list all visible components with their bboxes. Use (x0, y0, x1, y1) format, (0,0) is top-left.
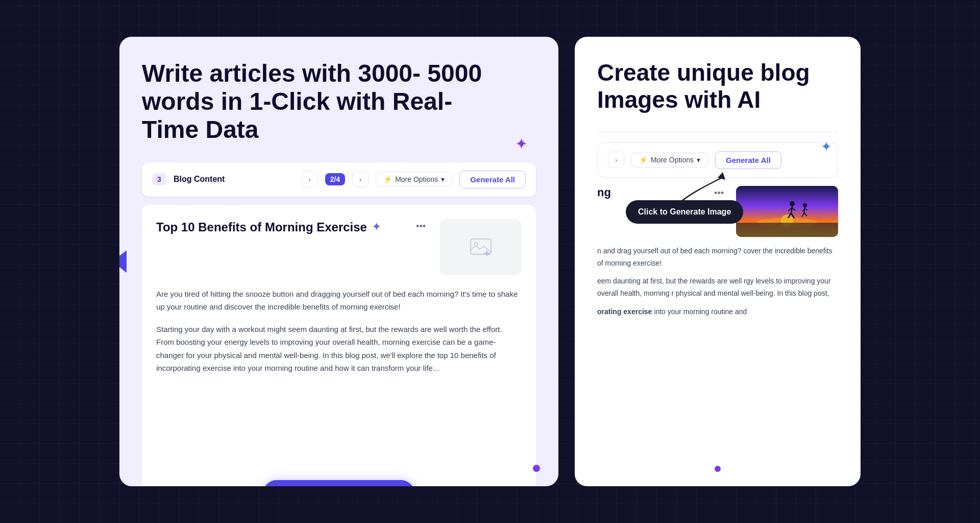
chevron-left-icon: ‹ (308, 175, 311, 183)
prev-page-button[interactable]: ‹ (302, 171, 318, 187)
svg-point-14 (803, 203, 807, 207)
article-paragraph-1: Are you tired of hitting the snooze butt… (156, 288, 522, 314)
right-dot-decoration (715, 466, 721, 472)
article-paragraph-2: Starting your day with a workout might s… (156, 323, 522, 375)
right-paragraph-1: n and drag yourself out of bed each morn… (597, 245, 838, 270)
running-image (736, 186, 838, 237)
lightning-icon-right: ⚡ (639, 156, 648, 164)
right-nav-button[interactable]: › (608, 152, 624, 168)
left-toolbar: 3 Blog Content ‹ 2/4 › ⚡ More Options ▾ … (142, 162, 536, 197)
star-blue-icon: ✦ (821, 139, 832, 155)
right-article-body: n and drag yourself out of bed each morn… (597, 245, 838, 318)
more-options-button[interactable]: ⚡ More Options ▾ (376, 172, 452, 187)
more-options-label: More Options (395, 175, 438, 183)
placeholder-icon (469, 235, 493, 259)
more-dots-button[interactable]: ••• (412, 219, 430, 234)
right-generate-all-button[interactable]: Generate All (715, 151, 781, 169)
right-more-options-label: More Options (651, 156, 694, 164)
star-purple-icon: ✦ (515, 135, 528, 153)
article-body: Are you tired of hitting the snooze butt… (156, 288, 522, 375)
dots-icon: ••• (416, 221, 426, 231)
chevron-right-icon-right: › (615, 156, 618, 164)
generate-all-button[interactable]: Generate All (459, 171, 526, 188)
right-paragraph-2: eem daunting at first, but the rewards a… (597, 275, 838, 300)
bold-text: orating exercise (597, 307, 652, 316)
next-page-button[interactable]: › (352, 171, 369, 187)
chevron-down-icon-right: ▾ (697, 156, 700, 164)
divider (597, 132, 838, 132)
article-title: Top 10 Benefits of Morning Exercise ✦ (156, 219, 412, 235)
lightning-icon: ⚡ (383, 175, 392, 183)
dot-decoration (533, 465, 540, 472)
right-card: Create unique blog Images with AI ✦ › ⚡ … (575, 37, 861, 486)
chevron-down-icon: ▾ (441, 175, 445, 183)
toolbar-label: Blog Content (174, 175, 295, 184)
left-card: Write articles with 3000- 5000 words in … (119, 37, 558, 486)
page-indicator: 2/4 (325, 173, 345, 185)
right-more-options-button[interactable]: ⚡ More Options ▾ (631, 152, 708, 168)
svg-point-8 (790, 201, 795, 206)
triangle-decoration (119, 250, 127, 273)
svg-rect-7 (736, 223, 838, 237)
right-paragraph-3: orating exercise into your morning routi… (597, 306, 838, 318)
image-placeholder (440, 219, 522, 275)
left-card-title: Write articles with 3000- 5000 words in … (142, 59, 499, 144)
section-badge: 3 (152, 173, 166, 185)
content-header: Top 10 Benefits of Morning Exercise ✦ ••… (156, 219, 522, 275)
chevron-right-icon: › (359, 175, 362, 183)
right-card-title: Create unique blog Images with AI (597, 59, 838, 113)
sparkle-icon: ✦ (372, 220, 381, 233)
click-to-generate-tooltip[interactable]: Click to Generate Image (626, 200, 743, 224)
words-generated-badge: 5464 Words Generated (263, 480, 414, 486)
running-scene-svg (736, 186, 838, 237)
content-box: Top 10 Benefits of Morning Exercise ✦ ••… (142, 205, 536, 486)
